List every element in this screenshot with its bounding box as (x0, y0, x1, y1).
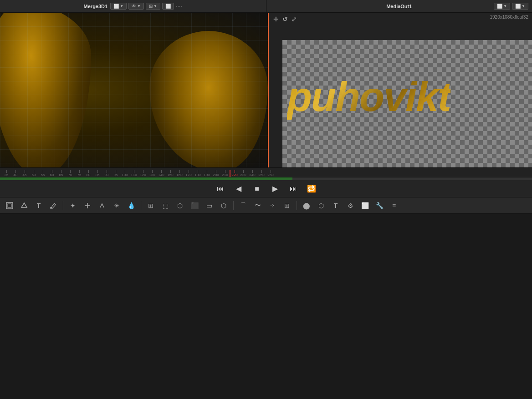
right-viewport-header: MediaOut1 ⬜▼ ⬜▼ (266, 0, 532, 12)
grid-overlay (0, 13, 268, 167)
ruler-tick: 80 (84, 170, 93, 177)
pen-tool[interactable] (96, 200, 108, 212)
play-btn[interactable]: ▶ (270, 183, 281, 194)
fit-icon[interactable]: ✛ (273, 15, 279, 23)
more-tool[interactable]: ≡ (388, 200, 400, 212)
ruler-tick: 60 (47, 170, 56, 177)
tool-separator (297, 201, 297, 210)
3d-tool[interactable]: ⬡ (315, 200, 327, 212)
polygon-tool[interactable] (18, 200, 30, 212)
crop-tool[interactable]: ⬚ (159, 200, 171, 212)
svg-rect-0 (6, 202, 13, 209)
preview-text: puhovikt (287, 74, 450, 121)
light-tool[interactable]: ☀ (111, 200, 123, 212)
ruler-tick: 90 (102, 170, 111, 177)
drop-tool[interactable]: 💧 (125, 200, 137, 212)
resolution-label: 1920x1080xfloat32 (490, 15, 528, 20)
ruler-tick: 200 (211, 170, 220, 177)
ruler-tick: 180 (193, 170, 202, 177)
warp-tool[interactable]: ⬛ (189, 200, 200, 212)
progress-fill (0, 177, 292, 180)
tool-separator (233, 201, 234, 210)
skip-to-end-btn[interactable]: ⏭ (288, 183, 299, 194)
ruler-tick: 50 (29, 170, 38, 177)
ruler-tick: 160 (175, 170, 184, 177)
box-tool[interactable]: ⬜ (359, 200, 371, 212)
fullscreen-icon[interactable]: ⤢ (292, 15, 297, 23)
ruler-tick: 190 (202, 170, 211, 177)
timeline-ruler[interactable]: 35 40 45 50 55 60 65 70 75 80 85 90 95 1… (0, 167, 532, 177)
tool-separator (63, 201, 63, 210)
spline-tool[interactable]: 〜 (252, 200, 264, 212)
select-tool[interactable] (4, 200, 15, 212)
right-viewport[interactable]: 1920x1080xfloat32 puhovikt ✛ ↺ ⤢ (269, 13, 532, 167)
loop-btn[interactable]: 🔁 (306, 183, 317, 194)
ruler-tick: 260 (266, 170, 275, 177)
left-viewport-header: Merge3D1 ⬜▼ 👁▼ ⊞▼ ⬜ ⋯ (0, 0, 266, 12)
more-options-btn[interactable]: ⋯ (176, 3, 182, 10)
right-view-mode-btn[interactable]: ⬜▼ (494, 3, 510, 10)
ruler-tick: 100 (120, 170, 129, 177)
left-viewport-title: Merge3D1 (84, 4, 108, 9)
transform-tool[interactable]: ⊞ (145, 200, 157, 212)
ruler-marks: 35 40 45 50 55 60 65 70 75 80 85 90 95 1… (2, 168, 275, 177)
mask-tool[interactable]: ⬡ (174, 200, 186, 212)
particle-tool[interactable]: ✦ (67, 200, 79, 212)
tool-bar: T ✦ ☀ 💧 ⊞ ⬚ ⬡ ⬛ ▭ ⬡ ⌒ 〜 ⁘ ⊞ ⬤ ⬡ T ⚙ ⬜ 🔧 … (0, 197, 532, 214)
sphere-tool[interactable]: ⬤ (301, 200, 312, 212)
stop-btn[interactable]: ■ (251, 183, 262, 194)
step-back-btn[interactable]: ◀ (233, 183, 244, 194)
blur-tool[interactable] (82, 200, 93, 212)
ruler-tick: 120 (138, 170, 148, 177)
progress-bar[interactable] (0, 177, 532, 180)
ruler-tick: 230 (239, 170, 248, 177)
ruler-tick: 250 (257, 170, 266, 177)
ruler-tick: 110 (129, 170, 138, 177)
right-render-mode-btn[interactable]: ⬜▼ (512, 3, 528, 10)
skip-to-start-btn[interactable]: ⏮ (215, 183, 226, 194)
ruler-tick: 150 (166, 170, 175, 177)
ruler-tick: 130 (148, 170, 157, 177)
ruler-tick: 85 (93, 170, 102, 177)
ruler-tick: 220 (230, 170, 239, 177)
text3d-tool[interactable]: T (330, 200, 342, 212)
viewport-row: 1920x1080xfloat32 puhovikt ✛ ↺ ⤢ (0, 13, 532, 167)
left-viewport-controls[interactable]: ⬜▼ 👁▼ ⊞▼ ⬜ ⋯ (110, 3, 182, 10)
ruler-tick: 45 (20, 170, 29, 177)
top-bar: Merge3D1 ⬜▼ 👁▼ ⊞▼ ⬜ ⋯ MediaOut1 ⬜▼ ⬜▼ (0, 0, 532, 13)
ruler-tick: 240 (248, 170, 257, 177)
left-viewport[interactable] (0, 13, 269, 167)
gold-text-preview: puhovikt (282, 40, 527, 154)
rigging-tool[interactable]: ⚙ (344, 200, 356, 212)
ruler-tick: 65 (56, 170, 66, 177)
mesh-tool[interactable]: ⊞ (281, 200, 293, 212)
text-tool[interactable]: T (33, 200, 45, 212)
svg-marker-2 (21, 203, 27, 207)
paint-tool[interactable] (47, 200, 59, 212)
ruler-tick: 95 (111, 170, 120, 177)
render-mode-btn[interactable]: 👁▼ (128, 3, 144, 10)
ruler-tick: 75 (75, 170, 84, 177)
view-mode-btn[interactable]: ⬜▼ (110, 3, 127, 10)
grid-btn[interactable]: ⊞▼ (146, 3, 160, 10)
tool-separator (141, 201, 141, 210)
reset-icon[interactable]: ↺ (282, 15, 288, 23)
ruler-tick: 140 (157, 170, 166, 177)
transport-bar: ⏮ ◀ ■ ▶ ⏭ 🔁 (0, 180, 532, 197)
path-tool[interactable]: ⌒ (237, 200, 249, 212)
ruler-tick: 35 (2, 170, 11, 177)
circle-tool[interactable]: ⬡ (218, 200, 230, 212)
ruler-tick: 210 (220, 170, 230, 177)
ruler-tick: 40 (11, 170, 20, 177)
ruler-tick: 170 (184, 170, 193, 177)
right-viewport-title: MediaOut1 (386, 4, 412, 9)
effects-tool[interactable]: 🔧 (373, 200, 385, 212)
dots-tool[interactable]: ⁘ (266, 200, 278, 212)
3d-scene (0, 13, 268, 167)
fullscreen-btn[interactable]: ⬜ (162, 3, 174, 10)
ruler-tick: 55 (38, 170, 47, 177)
shape-tool[interactable]: ▭ (203, 200, 215, 212)
svg-point-3 (50, 207, 52, 209)
ruler-tick: 70 (66, 170, 75, 177)
svg-rect-1 (8, 204, 11, 207)
